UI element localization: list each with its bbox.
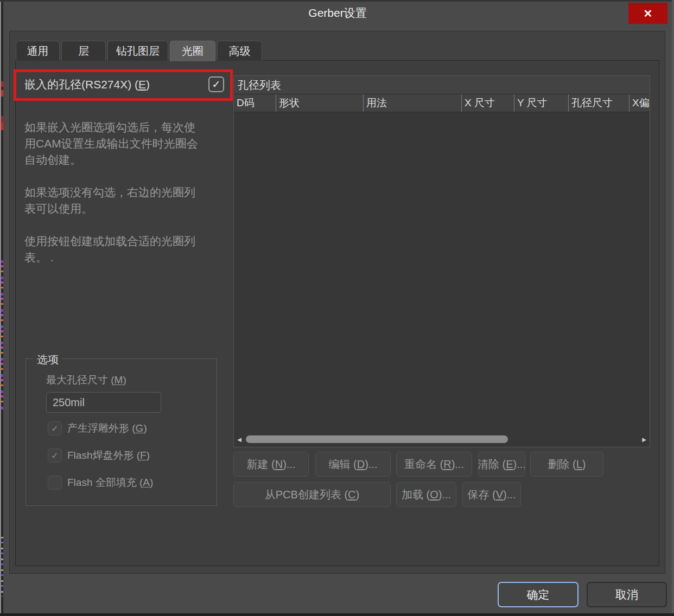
horizontal-scrollbar[interactable]: ◀ ▶ [234, 432, 650, 447]
ok-button[interactable]: 确定 [498, 582, 578, 607]
aperture-list-title: 孔径列表 [234, 76, 650, 94]
embossed-shapes-label[interactable]: 产生浮雕外形 (G) [67, 421, 147, 435]
embedded-apertures-label[interactable]: 嵌入的孔径(RS274X) (E) [24, 77, 150, 92]
checkmark-icon: ✓ [51, 424, 58, 434]
save-button[interactable]: 保存 (V)... [462, 482, 521, 507]
close-button[interactable]: ✕ [628, 3, 667, 24]
background-app-sliver [1, 116, 3, 130]
new-button[interactable]: 新建 (N)... [233, 452, 309, 477]
cancel-button[interactable]: 取消 [587, 582, 667, 607]
background-app-sliver [1, 260, 3, 411]
delete-button[interactable]: 删除 (L) [530, 452, 603, 477]
clear-button[interactable]: 清除 (E)... [478, 452, 525, 477]
scroll-right-icon[interactable]: ▶ [640, 432, 648, 447]
max-aperture-size-label: 最大孔径尺寸 (M) [46, 373, 126, 387]
column-header-xsize[interactable]: X 尺寸 [461, 94, 514, 112]
edit-button[interactable]: 编辑 (D)... [315, 452, 391, 477]
titlebar: Gerber设置 [3, 2, 672, 24]
close-icon: ✕ [644, 7, 653, 20]
tab-layers[interactable]: 层 [61, 41, 106, 61]
tab-drill-layers[interactable]: 钻孔图层 [107, 41, 168, 61]
rename-button[interactable]: 重命名 (R)... [396, 452, 472, 477]
description-paragraph: 使用按钮创建或加载合适的光圈列表。 . [24, 233, 205, 266]
create-from-pcb-button[interactable]: 从PCB创建列表 (C) [233, 482, 391, 507]
option-row-flash-all-fills[interactable]: Flash 全部填充 (A) [48, 476, 153, 490]
load-button[interactable]: 加载 (O)... [396, 482, 456, 507]
background-app-sliver [1, 537, 3, 596]
tab-apertures[interactable]: 光圈 [170, 41, 215, 61]
flash-pad-shapes-checkbox[interactable]: ✓ [48, 448, 62, 463]
window-bottom-border [0, 613, 674, 616]
flash-all-fills-checkbox[interactable] [48, 476, 62, 490]
checkmark-icon: ✓ [51, 451, 58, 461]
flash-all-fills-label[interactable]: Flash 全部填充 (A) [67, 476, 153, 490]
tab-general[interactable]: 通用 [16, 41, 60, 61]
checkmark-icon: ✓ [212, 78, 221, 91]
aperture-list-header: D码 形状 用法 X 尺寸 Y 尺寸 孔径尺寸 X偏 [234, 94, 650, 112]
option-row-embossed-shapes[interactable]: ✓ 产生浮雕外形 (G) [48, 421, 147, 435]
option-row-flash-pad-shapes[interactable]: ✓ Flash焊盘外形 (F) [48, 448, 150, 463]
dialog-title: Gerber设置 [3, 2, 672, 24]
embedded-apertures-checkbox[interactable]: ✓ [208, 76, 224, 92]
options-group-legend: 选项 [33, 352, 62, 367]
column-header-usage[interactable]: 用法 [363, 94, 461, 112]
aperture-list-body[interactable] [234, 112, 650, 432]
max-aperture-size-input[interactable] [46, 392, 161, 413]
flash-pad-shapes-label[interactable]: Flash焊盘外形 (F) [67, 448, 150, 463]
tab-bar: 通用 层 钻孔图层 光圈 高级 [16, 41, 264, 61]
description-paragraph: 如果选项没有勾选，右边的光圈列表可以使用。 [24, 184, 205, 217]
aperture-list-table: 孔径列表 D码 形状 用法 X 尺寸 Y 尺寸 孔径尺寸 X偏 ◀ ▶ [233, 75, 650, 447]
description-text: 如果嵌入光圈选项勾选后，每次使用CAM设置生成输出文件时光圈会自动创建。 如果选… [24, 119, 205, 282]
description-paragraph: 如果嵌入光圈选项勾选后，每次使用CAM设置生成输出文件时光圈会自动创建。 [24, 119, 205, 168]
window-right-border [672, 0, 674, 616]
column-header-xoffset[interactable]: X偏 [629, 94, 650, 112]
column-header-ysize[interactable]: Y 尺寸 [514, 94, 568, 112]
tab-advanced[interactable]: 高级 [217, 41, 262, 61]
background-app-sliver [1, 81, 3, 97]
column-header-dcode[interactable]: D码 [234, 94, 276, 112]
scrollbar-thumb[interactable] [246, 435, 508, 443]
scroll-left-icon[interactable]: ◀ [235, 432, 244, 447]
column-header-aperture-size[interactable]: 孔径尺寸 [568, 94, 629, 112]
column-header-shape[interactable]: 形状 [276, 94, 363, 112]
embossed-shapes-checkbox[interactable]: ✓ [48, 421, 62, 435]
